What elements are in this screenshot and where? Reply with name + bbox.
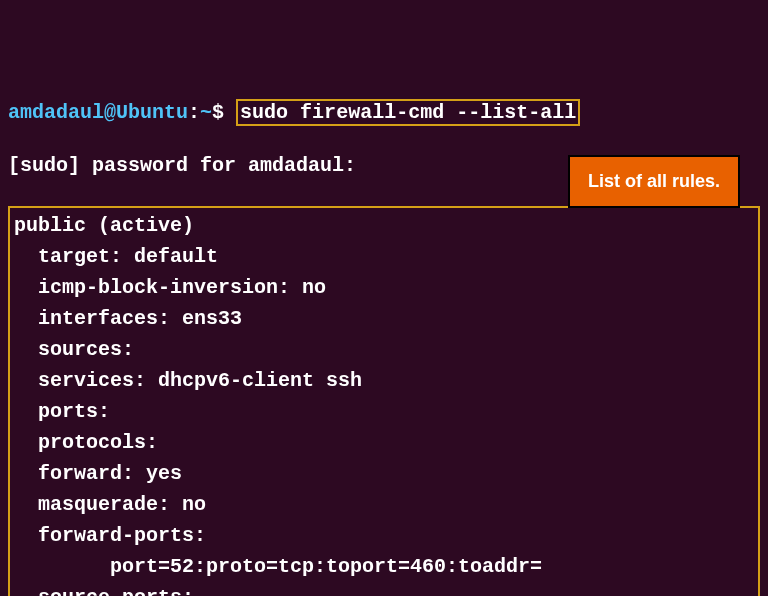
output-masquerade: masquerade: no: [14, 489, 754, 520]
annotation-callout: List of all rules.: [568, 155, 740, 208]
output-ports: ports:: [14, 396, 754, 427]
prompt-host: Ubuntu: [116, 101, 188, 124]
output-highlight-box: public (active) target: default icmp-blo…: [8, 206, 760, 596]
output-forward-ports-label: forward-ports:: [14, 520, 754, 551]
output-forward-ports-entry: port=52:proto=tcp:toport=460:toaddr=: [14, 551, 754, 582]
output-target: target: default: [14, 241, 754, 272]
output-zone-header: public (active): [14, 210, 754, 241]
prompt-path: ~: [200, 101, 212, 124]
output-icmp-block-inversion: icmp-block-inversion: no: [14, 272, 754, 303]
command-text[interactable]: sudo firewall-cmd --list-all: [240, 101, 576, 124]
output-services: services: dhcpv6-client ssh: [14, 365, 754, 396]
prompt-line-1: amdadaul@Ubuntu:~$ sudo firewall-cmd --l…: [8, 98, 760, 128]
prompt-at: @: [104, 101, 116, 124]
output-source-ports: source-ports:: [14, 582, 754, 596]
output-protocols: protocols:: [14, 427, 754, 458]
output-sources: sources:: [14, 334, 754, 365]
output-interfaces: interfaces: ens33: [14, 303, 754, 334]
command-highlight-box: sudo firewall-cmd --list-all: [236, 99, 580, 126]
prompt-colon: :: [188, 101, 200, 124]
prompt-user: amdadaul: [8, 101, 104, 124]
output-forward: forward: yes: [14, 458, 754, 489]
prompt-symbol: $: [212, 101, 224, 124]
